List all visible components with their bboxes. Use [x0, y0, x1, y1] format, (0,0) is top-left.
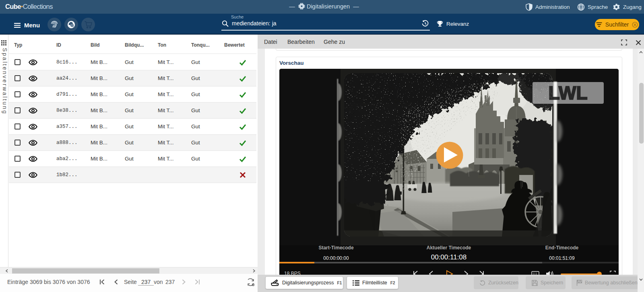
svg-text:18 BPS: 18 BPS — [284, 271, 301, 275]
svg-text:LWL: LWL — [548, 82, 587, 103]
